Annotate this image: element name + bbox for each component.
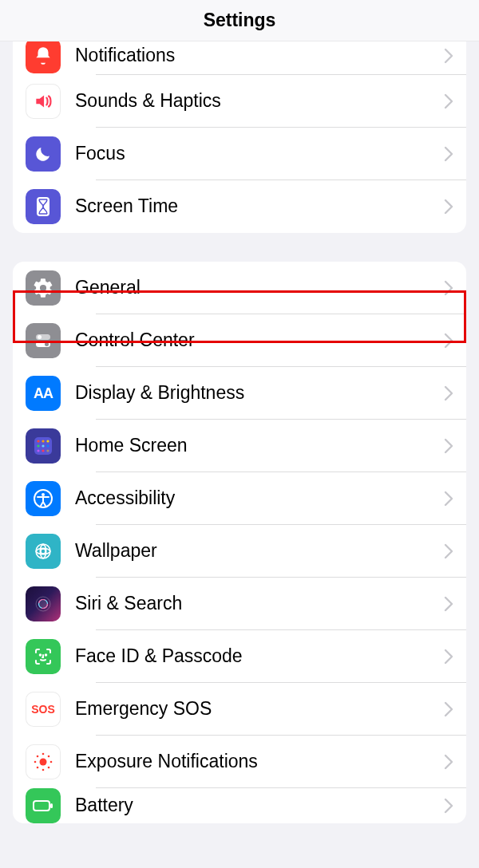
svg-point-9 xyxy=(37,444,39,447)
chevron-right-icon xyxy=(444,48,453,64)
item-label: Control Center xyxy=(75,329,444,352)
appgrid-icon xyxy=(26,428,61,464)
svg-point-24 xyxy=(46,654,47,656)
switches-icon xyxy=(26,323,61,358)
svg-point-16 xyxy=(42,493,45,496)
svg-point-25 xyxy=(40,759,47,766)
svg-point-31 xyxy=(48,756,50,758)
settings-item-focus[interactable]: Focus xyxy=(13,128,466,180)
settings-item-faceid[interactable]: Face ID & Passcode xyxy=(13,630,466,683)
sos-icon: SOS xyxy=(26,692,61,727)
settings-item-controlcenter[interactable]: Control Center xyxy=(13,314,466,367)
settings-item-display[interactable]: AA Display & Brightness xyxy=(13,367,466,420)
svg-point-8 xyxy=(46,440,49,442)
item-label: Wallpaper xyxy=(75,540,444,562)
settings-item-wallpaper[interactable]: Wallpaper xyxy=(13,525,466,578)
svg-point-18 xyxy=(41,549,46,554)
svg-point-12 xyxy=(37,449,39,452)
item-label: Focus xyxy=(75,143,444,165)
moon-icon xyxy=(26,136,61,172)
svg-point-7 xyxy=(42,440,44,442)
settings-item-homescreen[interactable]: Home Screen xyxy=(13,420,466,472)
chevron-right-icon xyxy=(444,199,453,215)
item-label: Display & Brightness xyxy=(75,382,444,404)
settings-item-exposure[interactable]: Exposure Notifications xyxy=(13,736,466,788)
chevron-right-icon xyxy=(444,491,453,507)
page-title: Settings xyxy=(204,10,276,31)
settings-item-accessibility[interactable]: Accessibility xyxy=(13,472,466,525)
svg-rect-34 xyxy=(34,801,49,811)
svg-point-29 xyxy=(50,761,53,763)
chevron-right-icon xyxy=(444,93,453,109)
svg-point-32 xyxy=(37,767,39,769)
faceid-icon xyxy=(26,639,61,674)
wallpaper-icon xyxy=(26,534,61,569)
svg-point-17 xyxy=(36,544,50,558)
item-label: Home Screen xyxy=(75,435,444,457)
settings-group-1: Notifications Sounds & Haptics Focus S xyxy=(13,41,466,233)
siri-icon xyxy=(26,586,61,621)
svg-point-28 xyxy=(34,761,37,763)
item-label: Siri & Search xyxy=(75,593,444,615)
item-label: Emergency SOS xyxy=(75,698,444,720)
svg-point-2 xyxy=(38,335,42,339)
speaker-icon xyxy=(26,84,61,119)
svg-point-14 xyxy=(46,449,49,452)
svg-point-30 xyxy=(37,756,39,758)
chevron-right-icon xyxy=(444,754,453,770)
svg-point-27 xyxy=(42,769,45,771)
hourglass-icon xyxy=(26,189,61,224)
settings-item-battery[interactable]: Battery xyxy=(13,788,466,823)
settings-group-2: General Control Center AA Display & Brig… xyxy=(13,262,466,823)
settings-header: Settings xyxy=(0,0,479,41)
svg-point-10 xyxy=(42,444,44,447)
settings-item-general[interactable]: General xyxy=(13,262,466,314)
chevron-right-icon xyxy=(444,385,453,401)
chevron-right-icon xyxy=(444,333,453,349)
chevron-right-icon xyxy=(444,649,453,665)
aa-icon: AA xyxy=(26,376,61,411)
item-label: Face ID & Passcode xyxy=(75,645,444,668)
settings-item-notifications[interactable]: Notifications xyxy=(13,41,466,75)
item-label: Exposure Notifications xyxy=(75,751,444,773)
item-label: Battery xyxy=(75,795,444,817)
bell-icon xyxy=(26,41,61,73)
chevron-right-icon xyxy=(444,798,453,814)
chevron-right-icon xyxy=(444,280,453,296)
svg-point-26 xyxy=(42,753,45,756)
item-label: General xyxy=(75,277,444,299)
aa-text: AA xyxy=(34,385,53,402)
chevron-right-icon xyxy=(444,596,453,612)
settings-item-siri[interactable]: Siri & Search xyxy=(13,578,466,630)
svg-point-4 xyxy=(45,342,49,346)
chevron-right-icon xyxy=(444,438,453,454)
settings-item-sos[interactable]: SOS Emergency SOS xyxy=(13,683,466,736)
chevron-right-icon xyxy=(444,543,453,559)
svg-point-6 xyxy=(37,440,39,442)
item-label: Screen Time xyxy=(75,195,444,218)
chevron-right-icon xyxy=(444,701,453,717)
sos-text: SOS xyxy=(31,703,55,716)
svg-point-11 xyxy=(46,444,49,447)
svg-point-23 xyxy=(40,654,42,656)
exposure-icon xyxy=(26,744,61,779)
svg-point-33 xyxy=(48,767,50,769)
svg-point-13 xyxy=(42,449,44,452)
battery-icon xyxy=(26,788,61,823)
settings-item-screentime[interactable]: Screen Time xyxy=(13,180,466,233)
item-label: Notifications xyxy=(75,45,444,67)
item-label: Accessibility xyxy=(75,487,444,510)
svg-rect-35 xyxy=(50,803,53,808)
settings-scroll-area[interactable]: Notifications Sounds & Haptics Focus S xyxy=(0,41,479,868)
settings-item-sounds[interactable]: Sounds & Haptics xyxy=(13,75,466,128)
accessibility-icon xyxy=(26,481,61,516)
item-label: Sounds & Haptics xyxy=(75,90,444,112)
chevron-right-icon xyxy=(444,146,453,162)
gear-icon xyxy=(26,270,61,306)
